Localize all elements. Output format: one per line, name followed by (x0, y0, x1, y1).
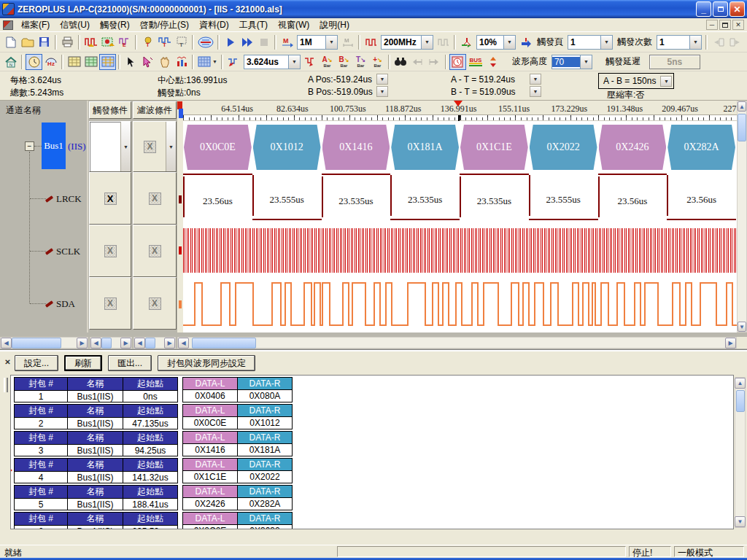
trigger-flag-button[interactable]: T (139, 34, 156, 50)
packet-datar[interactable]: 0X1012 (238, 417, 293, 429)
packet-datar[interactable]: 0X080A (238, 390, 293, 402)
packet-datal[interactable]: 0X0C0E (183, 417, 238, 429)
bus-channel-type[interactable]: (IIS) (68, 141, 86, 152)
packet-group[interactable]: 封包 # 名稱 起始點 4 Bus1(IIS) 141.32us DATA-L … (14, 458, 730, 483)
t-bar-button[interactable]: T↘Bar (352, 54, 369, 70)
bus-value-cell[interactable]: 0X1012 (252, 125, 322, 170)
menu-item[interactable]: 信號(U) (55, 18, 95, 33)
packet-start[interactable]: 235.53us (123, 526, 178, 530)
save-file-button[interactable] (36, 34, 53, 50)
memory-page-button[interactable]: M (339, 34, 356, 50)
menu-item[interactable]: 工具(T) (234, 18, 273, 33)
trigger-position-combo[interactable]: 10%▼ (476, 35, 516, 50)
lrck-filter-cell[interactable]: X (133, 172, 177, 225)
sclk-trigger-cell[interactable]: X (89, 225, 131, 277)
waveform-canvas[interactable]: 64.514us82.634us100.753us118.872us136.99… (183, 101, 737, 332)
select-cursor-button[interactable] (123, 54, 139, 70)
scroll-up-button[interactable]: ▲ (738, 101, 746, 112)
scroll-left-button[interactable]: ◀ (178, 338, 189, 349)
open-file-button[interactable] (19, 34, 36, 50)
packet-start[interactable]: 141.32us (123, 472, 178, 483)
scroll-thumb[interactable] (145, 338, 155, 349)
sclk-filter-cell[interactable]: X (133, 225, 177, 277)
scroll-right-button[interactable]: ▶ (164, 338, 175, 349)
chevron-down-icon[interactable]: ▼ (600, 36, 612, 49)
b-minus-t-dropdown[interactable]: ▼ (530, 86, 541, 97)
mdi-minimize-button[interactable]: ─ (706, 20, 718, 30)
minimize-button[interactable]: _ (696, 1, 711, 17)
scroll-right-button[interactable]: ▶ (725, 338, 736, 349)
signal-row-sclk[interactable]: SCLK (45, 246, 80, 257)
menu-item[interactable]: 檔案(F) (16, 18, 55, 33)
scroll-left-button[interactable]: ◀ (90, 338, 101, 349)
scroll-thumb[interactable] (736, 390, 745, 412)
sda-filter-cell[interactable]: X (133, 277, 177, 330)
packet-start[interactable]: 0ns (123, 391, 178, 402)
packet-group[interactable]: 封包 # 名稱 起始點 3 Bus1(IIS) 94.25us DATA-L D… (14, 431, 730, 456)
panel-splitter-grip[interactable] (4, 378, 8, 392)
trigger-cursor-button[interactable] (302, 54, 319, 70)
packet-name[interactable]: Bus1(IIS) (68, 526, 123, 530)
packet-datar[interactable]: 0X282A (238, 498, 293, 510)
mdi-restore-button[interactable] (719, 20, 731, 30)
names-hscrollbar[interactable]: ◀ ▶ (0, 337, 88, 349)
packet-value-row[interactable]: 6 Bus1(IIS) 235.53us (15, 526, 178, 530)
scroll-down-button[interactable]: ▼ (738, 322, 746, 332)
packet-name[interactable]: Bus1(IIS) (68, 472, 123, 483)
time-div-combo[interactable]: 3.624us▼ (244, 55, 301, 69)
packet-group[interactable]: 封包 # 名稱 起始點 2 Bus1(IIS) 47.135us DATA-L … (14, 404, 730, 429)
packet-refresh-button[interactable]: 刷新 (64, 355, 102, 371)
packet-value-row[interactable]: 4 Bus1(IIS) 141.32us (15, 472, 178, 483)
a-pos-dropdown[interactable]: ▼ (376, 74, 388, 85)
channel-setup-button[interactable] (99, 34, 116, 50)
hand-pan-button[interactable] (156, 54, 173, 70)
restore-button[interactable] (713, 1, 728, 17)
packet-data-value-row[interactable]: 0X2C2E 0X3032 (183, 525, 293, 530)
add-bar-button[interactable]: +↘Bar (369, 54, 386, 70)
packet-export-button[interactable]: 匯出... (108, 355, 152, 371)
filter-hscrollbar[interactable]: ◀ ▶ (133, 337, 176, 349)
packet-datal[interactable]: 0X1C1E (183, 471, 238, 483)
menu-item[interactable]: 說明(H) (314, 18, 355, 33)
scroll-right-button[interactable]: ▶ (120, 338, 131, 349)
chevron-down-icon[interactable]: ▼ (212, 59, 217, 64)
packet-datal[interactable]: 0X1416 (183, 444, 238, 456)
b-pos-dropdown[interactable]: ▼ (376, 86, 388, 97)
bus-value-cell[interactable]: 0X0C0E (183, 125, 252, 170)
scroll-thumb[interactable] (192, 338, 256, 349)
a-minus-b-dropdown[interactable]: ▼ (660, 76, 672, 87)
packet-name[interactable]: Bus1(IIS) (68, 418, 123, 429)
chevron-down-icon[interactable]: ▼ (689, 36, 701, 49)
packet-name[interactable]: Bus1(IIS) (68, 391, 123, 402)
scroll-right-button[interactable]: ▶ (77, 338, 88, 349)
scroll-thumb[interactable] (101, 338, 112, 349)
bus-analysis-button[interactable] (196, 34, 215, 50)
packet-datal[interactable]: 0X0406 (183, 390, 238, 402)
chevron-down-icon[interactable]: ▼ (166, 122, 176, 171)
sampling-setup-button[interactable] (82, 34, 99, 50)
chevron-down-icon[interactable]: ▼ (120, 122, 131, 171)
goto-trigger-button[interactable] (517, 34, 534, 50)
bus-value-cell[interactable]: 0X181A (390, 125, 460, 170)
waveform-window-button[interactable] (66, 54, 82, 70)
packet-num[interactable]: 4 (15, 472, 68, 483)
trigger-delay-field[interactable]: 5ns (649, 55, 700, 69)
chevron-down-icon[interactable]: ▼ (421, 36, 433, 49)
bus-value-cell[interactable]: 0X2022 (529, 125, 598, 170)
listing-window-button[interactable] (82, 54, 99, 70)
scroll-up-button[interactable]: ▲ (735, 378, 746, 389)
fast-start-button[interactable] (239, 34, 255, 50)
chevron-down-icon[interactable]: ▼ (325, 36, 337, 49)
packet-data-value-row[interactable]: 0X1416 0X181A (183, 444, 293, 456)
packet-data-value-row[interactable]: 0X2426 0X282A (183, 498, 293, 510)
menu-item[interactable]: 觸發(R) (95, 18, 135, 33)
pattern-display-button[interactable]: ▼ (196, 54, 219, 70)
packet-data-value-row[interactable]: 0X1C1E 0X2022 (183, 471, 293, 483)
menu-item[interactable]: 視窗(W) (273, 18, 314, 33)
bus-value-cell[interactable]: 0X282A (667, 125, 736, 170)
multi-select-button[interactable] (139, 54, 156, 70)
find-next-button[interactable] (426, 54, 443, 70)
a-bar-button[interactable]: A↘Bar (319, 54, 336, 70)
bus-filter-combo[interactable]: X▼ (133, 121, 177, 172)
bus-trigger-combo[interactable]: ▼ (89, 121, 131, 172)
